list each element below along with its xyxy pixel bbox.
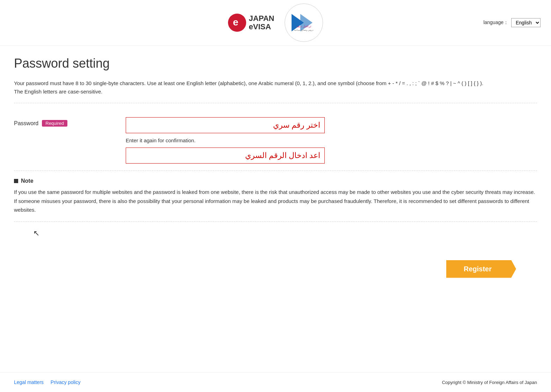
language-label: language：: [483, 20, 508, 26]
instructions-text: Your password must have 8 to 30 single-b…: [14, 80, 483, 95]
note-title-text: Note: [21, 178, 34, 184]
register-area: Register: [14, 250, 537, 288]
password-instructions: Your password must have 8 to 30 single-b…: [14, 79, 537, 103]
password-label: Password: [14, 120, 38, 127]
form-section: Password Required Enter it again for con…: [14, 110, 537, 171]
confirmation-hint: Enter it again for confirmation.: [126, 137, 537, 143]
japan-evisa-logo: e JAPAN eVISA: [228, 14, 274, 32]
confirm-password-input[interactable]: [126, 148, 325, 164]
footer-copyright: Copyright © Ministry of Foreign Affairs …: [442, 380, 537, 385]
footer-links: Legal matters Privacy policy: [14, 379, 80, 385]
svg-text:ترافيل ديف: ترافيل ديف: [296, 24, 312, 28]
footer: Legal matters Privacy policy Copyright ©…: [0, 372, 551, 392]
cursor-area: ↖: [14, 222, 537, 250]
note-title: Note: [14, 178, 537, 184]
form-label-area: Password Required: [14, 117, 112, 127]
legal-matters-link[interactable]: Legal matters: [14, 379, 44, 385]
note-text-1: If you use the same password for multipl…: [14, 188, 537, 197]
logo-text: JAPAN eVISA: [249, 14, 274, 31]
logo-evisa: eVISA: [249, 23, 274, 31]
privacy-policy-link[interactable]: Privacy policy: [51, 379, 81, 385]
svg-text:e: e: [233, 17, 238, 28]
logo-japan: JAPAN: [249, 14, 274, 23]
language-selector: language： English 日本語 中文 한국어: [483, 18, 541, 27]
travel-deep-icon: ترافيل ديف دروس ونصائح سياحية: [288, 7, 319, 38]
page-title: Password setting: [14, 56, 537, 71]
svg-text:دروس ونصائح سياحية: دروس ونصائح سياحية: [294, 29, 314, 31]
password-input[interactable]: [126, 117, 325, 133]
main-content: Password setting Your password must have…: [0, 46, 551, 295]
header: e JAPAN eVISA ترافيل ديف دروس ونصائح سيا…: [0, 0, 551, 46]
travel-deep-logo: ترافيل ديف دروس ونصائح سياحية: [285, 3, 323, 42]
form-inputs: Enter it again for confirmation.: [126, 117, 537, 164]
note-text-2: If someone misuses your password, there …: [14, 197, 537, 214]
cursor-icon: ↖: [33, 229, 39, 238]
required-badge: Required: [42, 120, 67, 127]
note-square-icon: [14, 179, 18, 183]
register-button[interactable]: Register: [446, 260, 516, 278]
language-select[interactable]: English 日本語 中文 한국어: [511, 18, 541, 27]
japan-evisa-icon: e: [228, 14, 246, 32]
note-section: Note If you use the same password for mu…: [14, 171, 537, 222]
